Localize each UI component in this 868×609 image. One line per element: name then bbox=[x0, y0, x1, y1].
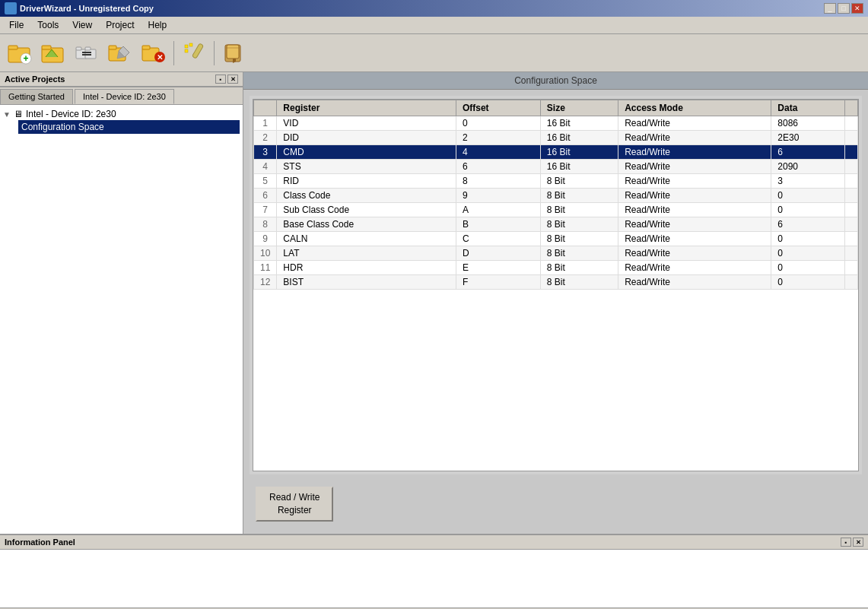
tab-getting-started[interactable]: Getting Started bbox=[0, 89, 73, 104]
row-access: Read/Write bbox=[618, 217, 771, 232]
row-spacer bbox=[845, 246, 858, 261]
svg-rect-7 bbox=[76, 47, 81, 50]
config-space-item[interactable]: Configuration Space bbox=[18, 120, 240, 134]
bottom-restore-btn[interactable]: ▪ bbox=[841, 538, 851, 547]
menu-tools[interactable]: Tools bbox=[31, 18, 65, 32]
row-register: HDR bbox=[277, 261, 456, 275]
table-row[interactable]: 1 VID 0 16 Bit Read/Write 8086 bbox=[254, 116, 858, 131]
row-data: 8086 bbox=[771, 116, 845, 131]
tree-children: Configuration Space bbox=[18, 120, 240, 134]
toolbar-sep-2 bbox=[214, 41, 215, 65]
svg-rect-1 bbox=[8, 46, 17, 49]
row-num: 3 bbox=[254, 145, 277, 160]
config-content: Register Offset Size Access Mode Data 1 bbox=[243, 90, 868, 534]
row-offset: 8 bbox=[456, 174, 540, 189]
table-row[interactable]: 3 CMD 4 16 Bit Read/Write 6 bbox=[254, 145, 858, 160]
row-num: 9 bbox=[254, 232, 277, 246]
table-row[interactable]: 11 HDR E 8 Bit Read/Write 0 bbox=[254, 261, 858, 275]
close-project-button[interactable] bbox=[72, 39, 102, 68]
title-bar-buttons[interactable]: _ □ ✕ bbox=[824, 3, 863, 14]
exit-button[interactable] bbox=[219, 39, 250, 68]
project-tree: ▼ 🖥 Intel - Device ID: 2e30 Configuratio… bbox=[0, 105, 243, 534]
row-size: 8 Bit bbox=[540, 246, 618, 261]
col-register: Register bbox=[277, 100, 456, 116]
svg-rect-16 bbox=[192, 43, 203, 58]
config-space-title: Configuration Space bbox=[514, 75, 597, 86]
menu-view[interactable]: View bbox=[66, 18, 98, 32]
table-row[interactable]: 10 LAT D 8 Bit Read/Write 0 bbox=[254, 246, 858, 261]
svg-rect-13 bbox=[142, 46, 150, 49]
table-row[interactable]: 8 Base Class Code B 8 Bit Read/Write 6 bbox=[254, 217, 858, 232]
row-register: Base Class Code bbox=[277, 217, 456, 232]
svg-rect-21 bbox=[227, 45, 239, 59]
tab-intel-device[interactable]: Intel - Device ID: 2e30 bbox=[75, 89, 174, 104]
row-num: 2 bbox=[254, 131, 277, 145]
delete-project-button[interactable]: ✕ bbox=[138, 39, 169, 68]
tree-root-item[interactable]: ▼ 🖥 Intel - Device ID: 2e30 bbox=[3, 108, 240, 120]
row-access: Read/Write bbox=[618, 174, 771, 189]
information-panel-header: Information Panel ▪ ✕ bbox=[0, 535, 868, 550]
row-offset: F bbox=[456, 275, 540, 290]
information-panel-title: Information Panel bbox=[5, 538, 75, 547]
table-row[interactable]: 4 STS 6 16 Bit Read/Write 2090 bbox=[254, 160, 858, 174]
minimize-btn[interactable]: _ bbox=[824, 3, 836, 14]
table-row[interactable]: 2 DID 2 16 Bit Read/Write 2E30 bbox=[254, 131, 858, 145]
col-scroll-spacer bbox=[845, 100, 858, 116]
menu-project[interactable]: Project bbox=[100, 18, 140, 32]
close-btn[interactable]: ✕ bbox=[851, 3, 863, 14]
table-row[interactable]: 5 RID 8 8 Bit Read/Write 3 bbox=[254, 174, 858, 189]
panel-header-buttons: ▪ ✕ bbox=[215, 75, 238, 84]
open-project-button[interactable] bbox=[38, 39, 68, 68]
svg-rect-5 bbox=[42, 46, 51, 49]
edit-project-button[interactable] bbox=[105, 39, 135, 68]
row-size: 8 Bit bbox=[540, 261, 618, 275]
row-access: Read/Write bbox=[618, 145, 771, 160]
tabs-bar: Getting Started Intel - Device ID: 2e30 bbox=[0, 87, 243, 105]
bottom-close-btn[interactable]: ✕ bbox=[853, 538, 863, 547]
table-row[interactable]: 12 BIST F 8 Bit Read/Write 0 bbox=[254, 275, 858, 290]
row-register: LAT bbox=[277, 246, 456, 261]
row-data: 0 bbox=[771, 232, 845, 246]
row-access: Read/Write bbox=[618, 261, 771, 275]
config-space-header: Configuration Space bbox=[243, 72, 868, 90]
table-row[interactable]: 6 Class Code 9 8 Bit Read/Write 0 bbox=[254, 189, 858, 203]
row-register: DID bbox=[277, 131, 456, 145]
panel-close-btn[interactable]: ✕ bbox=[227, 75, 238, 84]
information-content bbox=[0, 550, 868, 607]
row-spacer bbox=[845, 145, 858, 160]
main-area: Active Projects ▪ ✕ Getting Started Inte… bbox=[0, 72, 868, 609]
title-bar-left: DriverWizard - Unregistered Copy bbox=[5, 2, 154, 14]
app-icon bbox=[5, 2, 17, 14]
new-project-button[interactable]: + bbox=[5, 39, 35, 68]
table-row[interactable]: 7 Sub Class Code A 8 Bit Read/Write 0 bbox=[254, 203, 858, 217]
tree-root-label: Intel - Device ID: 2e30 bbox=[26, 109, 116, 119]
row-spacer bbox=[845, 131, 858, 145]
svg-rect-9 bbox=[85, 47, 91, 50]
row-size: 16 Bit bbox=[540, 131, 618, 145]
row-spacer bbox=[845, 116, 858, 131]
menu-file[interactable]: File bbox=[3, 18, 30, 32]
row-size: 16 Bit bbox=[540, 145, 618, 160]
menu-help[interactable]: Help bbox=[142, 18, 173, 32]
col-access: Access Mode bbox=[618, 100, 771, 116]
maximize-btn[interactable]: □ bbox=[838, 3, 850, 14]
row-offset: 4 bbox=[456, 145, 540, 160]
row-num: 5 bbox=[254, 174, 277, 189]
read-write-register-button[interactable]: Read / WriteRegister bbox=[256, 487, 333, 522]
row-offset: A bbox=[456, 203, 540, 217]
table-row[interactable]: 9 CALN C 8 Bit Read/Write 0 bbox=[254, 232, 858, 246]
col-size: Size bbox=[540, 100, 618, 116]
row-num: 6 bbox=[254, 189, 277, 203]
register-table: Register Offset Size Access Mode Data 1 bbox=[253, 100, 858, 290]
panel-restore-btn[interactable]: ▪ bbox=[215, 75, 226, 84]
row-spacer bbox=[845, 174, 858, 189]
row-register: RID bbox=[277, 174, 456, 189]
build-button[interactable] bbox=[179, 39, 209, 68]
row-data: 0 bbox=[771, 261, 845, 275]
row-access: Read/Write bbox=[618, 131, 771, 145]
bottom-header-buttons: ▪ ✕ bbox=[841, 538, 863, 547]
row-spacer bbox=[845, 232, 858, 246]
row-register: VID bbox=[277, 116, 456, 131]
register-table-container: Register Offset Size Access Mode Data 1 bbox=[253, 99, 859, 471]
row-access: Read/Write bbox=[618, 116, 771, 131]
